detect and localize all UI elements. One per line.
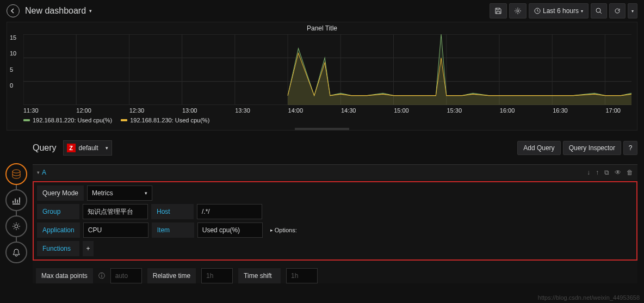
legend-item-2[interactable]: 192.168.81.230: Used cpu(%): [121, 117, 209, 123]
move-up-icon[interactable]: ↑: [596, 169, 599, 176]
y-axis-labels: 151050: [10, 34, 16, 89]
editor-tab-rail: [0, 137, 33, 287]
query-letter: A: [42, 169, 46, 176]
title-text: New dashboard: [25, 6, 86, 16]
tab-general[interactable]: [5, 215, 27, 237]
application-label[interactable]: Application: [37, 222, 80, 238]
eye-icon[interactable]: 👁: [615, 169, 621, 176]
svg-point-19: [13, 170, 20, 173]
tab-visualization[interactable]: [5, 189, 27, 211]
chevron-right-icon: ▸: [270, 227, 273, 233]
time-range-picker[interactable]: Last 6 hours ▾: [529, 3, 589, 18]
chevron-down-icon: ▾: [106, 145, 108, 151]
zoom-out-button[interactable]: [591, 3, 607, 18]
chevron-down-icon: ▾: [581, 9, 583, 14]
query-mode-select[interactable]: Metrics ▾: [87, 185, 152, 201]
save-button[interactable]: [490, 3, 507, 18]
trash-icon[interactable]: 🗑: [627, 169, 633, 176]
chart-area[interactable]: 151050: [7, 34, 637, 105]
time-shift-input[interactable]: 1h: [286, 268, 318, 283]
tab-queries[interactable]: [5, 163, 27, 185]
group-label[interactable]: Group: [37, 204, 79, 219]
watermark: https://blog.csdn.net/weixin_44953658: [538, 294, 640, 301]
add-function-button[interactable]: +: [83, 241, 94, 256]
move-down-icon[interactable]: ↓: [587, 169, 590, 176]
group-input[interactable]: 知识点管理平台: [83, 204, 148, 219]
query-toggle[interactable]: ▾ A: [37, 169, 46, 176]
functions-label[interactable]: Functions: [37, 241, 79, 256]
panel: Panel Title 151050 11:3012:0012:3013:001…: [7, 22, 637, 131]
item-input[interactable]: Used cpu(%): [197, 222, 263, 238]
duplicate-icon[interactable]: ⧉: [604, 169, 609, 176]
datasource-select[interactable]: Z default ▾: [63, 140, 112, 156]
x-axis-labels: 11:3012:0012:3013:0013:3014:0014:3015:00…: [7, 105, 637, 115]
item-label[interactable]: Item: [152, 222, 194, 238]
back-button[interactable]: [7, 4, 20, 17]
add-query-button[interactable]: Add Query: [517, 141, 560, 155]
query-inspector-button[interactable]: Query Inspector: [563, 141, 621, 155]
max-data-points-input[interactable]: auto: [110, 268, 142, 283]
chevron-down-icon: ▾: [145, 190, 147, 196]
panel-title: Panel Title: [7, 22, 637, 34]
highlighted-query-config: Query Mode Metrics ▾ Group 知识点管理平台 Host …: [33, 181, 637, 261]
resize-handle[interactable]: [295, 128, 349, 130]
settings-button[interactable]: [509, 3, 527, 18]
time-shift-label: Time shift: [238, 268, 281, 283]
chevron-down-icon: ▾: [37, 170, 40, 175]
svg-point-20: [15, 225, 18, 228]
svg-point-2: [596, 8, 600, 13]
chart-svg: [23, 34, 631, 105]
options-toggle[interactable]: ▸ Options:: [266, 227, 297, 233]
query-mode-label: Query Mode: [37, 185, 84, 201]
relative-time-label: Relative time: [147, 268, 196, 283]
zabbix-icon: Z: [67, 144, 76, 152]
svg-point-0: [517, 10, 519, 12]
chevron-down-icon: ▾: [89, 8, 92, 14]
host-input[interactable]: /.*/: [197, 204, 262, 219]
legend-item-1[interactable]: 192.168.81.220: Used cpu(%): [23, 117, 112, 123]
query-heading: Query: [33, 143, 57, 153]
refresh-button[interactable]: [609, 3, 626, 18]
legend: 192.168.81.220: Used cpu(%) 192.168.81.2…: [7, 115, 637, 128]
info-icon[interactable]: ⓘ: [98, 271, 105, 281]
application-input[interactable]: CPU: [83, 222, 148, 238]
help-button[interactable]: ?: [623, 141, 637, 155]
refresh-interval-dropdown[interactable]: ▾: [628, 3, 637, 18]
time-range-text: Last 6 hours: [543, 7, 579, 15]
clock-icon: [534, 8, 541, 14]
dashboard-title[interactable]: New dashboard ▾: [25, 6, 484, 16]
tab-alert[interactable]: [5, 242, 27, 263]
host-label[interactable]: Host: [151, 204, 194, 219]
max-data-points-label: Max data points: [36, 268, 93, 283]
relative-time-input[interactable]: 1h: [201, 268, 233, 283]
